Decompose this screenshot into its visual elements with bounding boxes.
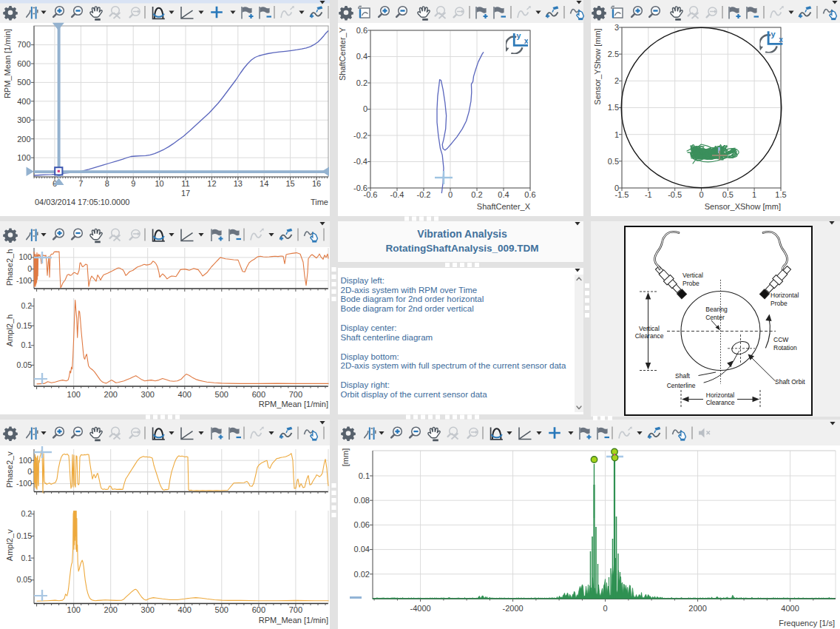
- svg-text:100: 100: [67, 605, 81, 614]
- svg-text:-2000: -2000: [503, 604, 524, 613]
- svg-text:-100: -100: [16, 276, 32, 285]
- svg-text:Bearing: Bearing: [705, 306, 728, 313]
- svg-text:400: 400: [178, 390, 192, 399]
- svg-text:-4000: -4000: [410, 604, 431, 613]
- svg-text:0.15: 0.15: [17, 321, 33, 330]
- svg-text:0.2: 0.2: [21, 301, 32, 310]
- svg-text:0.6: 0.6: [524, 190, 535, 199]
- svg-text:300: 300: [17, 115, 30, 124]
- svg-text:Bode diagram for 2nd order hor: Bode diagram for 2nd order horizontal: [341, 295, 484, 303]
- svg-text:0.02: 0.02: [354, 570, 370, 579]
- svg-text:Rotation: Rotation: [773, 344, 797, 352]
- svg-text:0: 0: [27, 467, 32, 476]
- svg-text:0.5: 0.5: [722, 190, 734, 199]
- svg-text:ShaftCenter_Y: ShaftCenter_Y: [338, 27, 347, 81]
- svg-text:700: 700: [289, 390, 302, 399]
- svg-text:400: 400: [17, 97, 30, 106]
- svg-text:Horizontal: Horizontal: [770, 292, 799, 299]
- svg-text:300: 300: [141, 605, 155, 614]
- svg-text:1: 1: [614, 130, 619, 139]
- svg-text:0.2: 0.2: [471, 190, 482, 199]
- svg-text:Center: Center: [705, 314, 725, 321]
- svg-text:12: 12: [207, 179, 216, 188]
- svg-text:-1: -1: [645, 190, 652, 199]
- svg-text:Orbit display of the current s: Orbit display of the current sensor data: [341, 390, 488, 399]
- svg-text:RPM_Mean [1/min]: RPM_Mean [1/min]: [3, 29, 12, 98]
- svg-text:04/03/2014 17:05:10.0000: 04/03/2014 17:05:10.0000: [35, 198, 129, 206]
- svg-text:2000: 2000: [688, 604, 706, 613]
- svg-text:Centerline: Centerline: [667, 382, 696, 389]
- svg-text:11: 11: [181, 179, 189, 188]
- svg-text:Vertical: Vertical: [639, 325, 660, 332]
- svg-text:[mm]: [mm]: [341, 448, 350, 466]
- svg-text:Phase2_h: Phase2_h: [5, 249, 14, 286]
- svg-text:0.08: 0.08: [354, 496, 370, 505]
- svg-text:15: 15: [285, 179, 294, 188]
- svg-text:CCW: CCW: [773, 336, 788, 343]
- svg-text:0.1: 0.1: [21, 340, 32, 349]
- svg-text:16: 16: [312, 179, 321, 188]
- svg-text:2.5: 2.5: [608, 50, 619, 58]
- svg-text:500: 500: [17, 78, 30, 87]
- svg-text:0.15: 0.15: [17, 531, 33, 540]
- svg-text:Clearance: Clearance: [706, 399, 735, 406]
- svg-text:Display left:: Display left:: [341, 276, 385, 285]
- svg-text:Ampl2_v: Ampl2_v: [5, 529, 14, 561]
- svg-text:2D-axis system with full spect: 2D-axis system with full spectrum of the…: [341, 361, 566, 370]
- svg-text:100: 100: [18, 252, 32, 261]
- svg-text:14: 14: [260, 179, 268, 188]
- svg-text:Horizontal: Horizontal: [706, 391, 734, 399]
- svg-text:8: 8: [105, 179, 109, 188]
- svg-text:700: 700: [289, 605, 302, 614]
- svg-text:ShaftCenter_X: ShaftCenter_X: [477, 202, 531, 211]
- svg-text:0.2: 0.2: [21, 509, 32, 518]
- svg-text:0.2: 0.2: [356, 78, 368, 87]
- svg-text:0: 0: [614, 184, 619, 192]
- svg-text:100: 100: [67, 390, 81, 399]
- svg-text:Vibration Analysis: Vibration Analysis: [417, 228, 507, 240]
- svg-text:200: 200: [17, 135, 30, 144]
- svg-text:RPM_Mean [1/min]: RPM_Mean [1/min]: [259, 616, 328, 625]
- svg-text:4000: 4000: [781, 604, 799, 613]
- svg-text:2: 2: [614, 76, 619, 85]
- svg-text:Phase2_v: Phase2_v: [5, 451, 14, 488]
- svg-text:100: 100: [17, 153, 30, 162]
- svg-text:2D-axis system with RPM over T: 2D-axis system with RPM over Time: [341, 286, 478, 295]
- svg-text:0.06: 0.06: [354, 520, 370, 529]
- svg-text:RotatingShaftAnalysis_009.TDM: RotatingShaftAnalysis_009.TDM: [385, 243, 538, 254]
- svg-text:13: 13: [234, 179, 243, 188]
- svg-text:700: 700: [17, 40, 30, 49]
- svg-text:0: 0: [699, 190, 703, 199]
- svg-text:-0.2: -0.2: [417, 190, 431, 199]
- svg-text:Probe: Probe: [682, 280, 700, 287]
- svg-text:Frequency [1/s]: Frequency [1/s]: [779, 619, 835, 628]
- svg-text:-100: -100: [16, 479, 32, 488]
- svg-text:0.05: 0.05: [17, 575, 33, 584]
- svg-text:Sensor_XShow [mm]: Sensor_XShow [mm]: [705, 202, 781, 211]
- svg-text:9: 9: [131, 179, 135, 188]
- svg-text:7: 7: [78, 179, 83, 188]
- svg-text:-0.2: -0.2: [353, 131, 368, 140]
- svg-text:200: 200: [104, 605, 118, 614]
- svg-text:1.5: 1.5: [608, 103, 619, 112]
- svg-text:Shaft centerline diagram: Shaft centerline diagram: [341, 333, 433, 342]
- svg-text:Display center:: Display center:: [341, 323, 397, 332]
- svg-text:600: 600: [252, 605, 265, 614]
- svg-text:3: 3: [614, 23, 619, 32]
- svg-text:Time: Time: [311, 198, 328, 206]
- svg-text:10: 10: [155, 179, 163, 188]
- svg-text:1.5: 1.5: [775, 190, 786, 199]
- svg-text:0.4: 0.4: [356, 52, 368, 61]
- svg-text:Shaft Orbit: Shaft Orbit: [775, 378, 805, 386]
- svg-text:0.05: 0.05: [17, 360, 33, 369]
- svg-text:-0.6: -0.6: [353, 184, 368, 192]
- svg-text:300: 300: [141, 390, 155, 399]
- svg-text:600: 600: [252, 390, 265, 399]
- svg-text:0.4: 0.4: [498, 190, 509, 199]
- svg-text:0: 0: [27, 264, 32, 273]
- svg-text:0.1: 0.1: [21, 554, 32, 562]
- svg-text:200: 200: [104, 390, 118, 399]
- svg-text:1: 1: [752, 190, 756, 199]
- svg-text:Sensor_YShow [mm]: Sensor_YShow [mm]: [593, 28, 602, 104]
- svg-text:Display bottom:: Display bottom:: [341, 352, 399, 361]
